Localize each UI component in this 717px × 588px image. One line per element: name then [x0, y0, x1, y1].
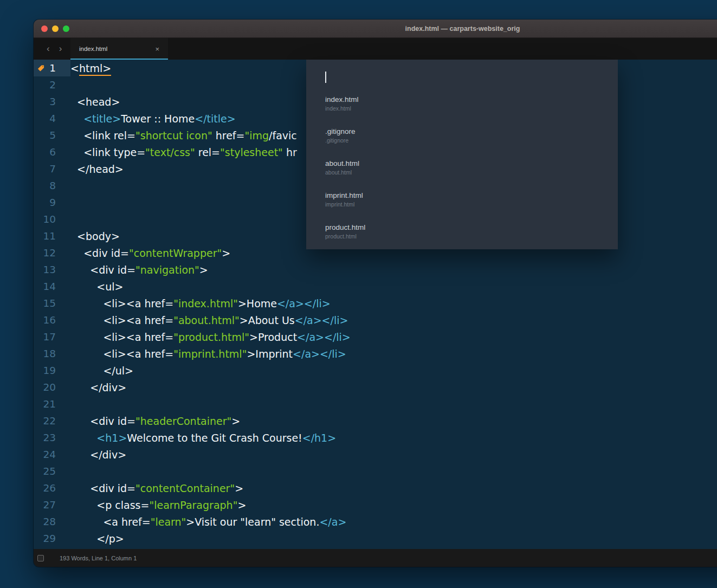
- code-text: <li><a href="product.html">Product</a></…: [70, 331, 351, 343]
- file-name: index.html: [325, 95, 618, 104]
- code-line[interactable]: 22 <div id="headerContainer">: [34, 412, 717, 429]
- code-line[interactable]: 20 </div>: [34, 379, 717, 396]
- code-line[interactable]: 21: [34, 396, 717, 412]
- code-text: <body>: [70, 230, 120, 242]
- line-number[interactable]: 4: [34, 110, 70, 127]
- code-text: </div>: [70, 449, 126, 461]
- line-number[interactable]: 17: [34, 328, 70, 345]
- zoom-window-button[interactable]: [63, 25, 69, 32]
- code-text: <div id="contentWrapper">: [70, 247, 230, 259]
- quick-open-input[interactable]: [306, 60, 618, 91]
- code-text: <li><a href="imprint.html">Imprint</a></…: [70, 348, 346, 360]
- file-name: imprint.html: [325, 191, 618, 200]
- code-line[interactable]: 17 <li><a href="product.html">Product</a…: [34, 328, 717, 345]
- code-text: </head>: [70, 163, 124, 175]
- editor-window: index.html — carparts-website_orig ‹ › i…: [34, 20, 717, 567]
- file-name: .gitignore: [325, 127, 618, 136]
- line-number[interactable]: 21: [34, 396, 70, 412]
- code-line[interactable]: 28 <a href="learn">Visit our "learn" sec…: [34, 513, 717, 530]
- code-line[interactable]: 24 </div>: [34, 446, 717, 463]
- line-number[interactable]: 28: [34, 513, 70, 530]
- line-number[interactable]: 10: [34, 211, 70, 228]
- code-text: <ul>: [70, 281, 123, 293]
- line-number[interactable]: 22: [34, 412, 70, 429]
- status-text: 193 Words, Line 1, Column 1: [60, 555, 137, 561]
- quick-open-item[interactable]: index.htmlindex.html: [306, 91, 618, 123]
- line-number[interactable]: 7: [34, 160, 70, 177]
- line-number[interactable]: 13: [34, 261, 70, 278]
- code-line[interactable]: 13 <div id="navigation">: [34, 261, 717, 278]
- quick-open-item[interactable]: .gitignore.gitignore: [306, 123, 618, 155]
- line-number[interactable]: 20: [34, 379, 70, 396]
- code-text: <a href="learn">Visit our "learn" sectio…: [70, 516, 346, 528]
- line-number[interactable]: 1: [34, 60, 70, 76]
- line-number[interactable]: 26: [34, 480, 70, 496]
- line-number[interactable]: 27: [34, 496, 70, 513]
- code-text: <head>: [70, 96, 120, 108]
- line-number[interactable]: 23: [34, 429, 70, 446]
- quick-open-item[interactable]: imprint.htmlimprint.html: [306, 187, 618, 219]
- line-number[interactable]: 8: [34, 177, 70, 194]
- code-text: <html>: [70, 62, 111, 74]
- line-number[interactable]: 2: [34, 76, 70, 93]
- tab-close-icon[interactable]: ×: [155, 45, 159, 53]
- line-number[interactable]: 25: [34, 463, 70, 480]
- line-number[interactable]: 18: [34, 345, 70, 362]
- text-caret: [325, 72, 326, 83]
- status-bar: 193 Words, Line 1, Column 1: [34, 549, 717, 567]
- line-number[interactable]: 12: [34, 244, 70, 261]
- quick-open-list: index.htmlindex.html.gitignore.gitignore…: [306, 91, 618, 251]
- code-text: <div id="navigation">: [70, 264, 208, 276]
- code-text: <div id="contentContainer">: [70, 482, 243, 494]
- minimize-window-button[interactable]: [52, 25, 59, 32]
- close-window-button[interactable]: [41, 25, 48, 32]
- code-line[interactable]: 29 </p>: [34, 530, 717, 547]
- code-line[interactable]: 15 <li><a href="index.html">Home</a></li…: [34, 295, 717, 312]
- line-number[interactable]: 19: [34, 362, 70, 379]
- code-line[interactable]: 18 <li><a href="imprint.html">Imprint</a…: [34, 345, 717, 362]
- line-number[interactable]: 24: [34, 446, 70, 463]
- code-line[interactable]: 14 <ul>: [34, 278, 717, 295]
- code-line[interactable]: 16 <li><a href="about.html">About Us</a>…: [34, 312, 717, 328]
- file-name: product.html: [325, 223, 618, 232]
- line-number[interactable]: 6: [34, 144, 70, 160]
- line-number[interactable]: 11: [34, 228, 70, 244]
- code-line[interactable]: 26 <div id="contentContainer">: [34, 480, 717, 496]
- line-number[interactable]: 3: [34, 93, 70, 110]
- line-number[interactable]: 16: [34, 312, 70, 328]
- tab-label: index.html: [79, 46, 107, 52]
- file-path: .gitignore: [325, 137, 618, 144]
- file-name: about.html: [325, 159, 618, 168]
- code-line[interactable]: 19 </ul>: [34, 362, 717, 379]
- quick-open-item[interactable]: about.htmlabout.html: [306, 155, 618, 187]
- code-line[interactable]: 25: [34, 463, 717, 480]
- back-chevron-icon[interactable]: ‹: [47, 43, 50, 54]
- file-path: index.html: [325, 105, 618, 112]
- desktop-background: index.html — carparts-website_orig ‹ › i…: [0, 0, 717, 588]
- quick-open-item[interactable]: product.htmlproduct.html: [306, 219, 618, 251]
- tab-index-html[interactable]: index.html ×: [70, 38, 168, 60]
- code-text: </div>: [70, 382, 126, 393]
- code-text: <link rel="shortcut icon" href="img/favi…: [70, 130, 297, 141]
- window-titlebar[interactable]: index.html — carparts-website_orig: [34, 20, 717, 38]
- code-text: <p class="learnParagraph">: [70, 499, 246, 511]
- code-line[interactable]: 27 <p class="learnParagraph">: [34, 496, 717, 513]
- code-text: <title>Tower :: Home</title>: [70, 113, 236, 125]
- file-path: product.html: [325, 233, 618, 240]
- code-text: <div id="headerContainer">: [70, 415, 240, 427]
- line-number[interactable]: 5: [34, 127, 70, 144]
- code-text: <li><a href="about.html">About Us</a></l…: [70, 314, 348, 326]
- bookmark-icon: [37, 64, 44, 72]
- code-text: <li><a href="index.html">Home</a></li>: [70, 298, 331, 309]
- line-number[interactable]: 9: [34, 194, 70, 211]
- code-text: <h1>Welcome to the Git Crash Course!</h1…: [70, 432, 336, 444]
- line-number[interactable]: 14: [34, 278, 70, 295]
- code-line[interactable]: 23 <h1>Welcome to the Git Crash Course!<…: [34, 429, 717, 446]
- tab-bar: ‹ › index.html ×: [34, 38, 717, 60]
- forward-chevron-icon[interactable]: ›: [59, 43, 62, 54]
- line-number[interactable]: 29: [34, 530, 70, 547]
- tab-history-nav: ‹ ›: [47, 38, 62, 60]
- quick-open-panel[interactable]: index.htmlindex.html.gitignore.gitignore…: [306, 60, 618, 249]
- status-square-icon[interactable]: [37, 555, 44, 561]
- line-number[interactable]: 15: [34, 295, 70, 312]
